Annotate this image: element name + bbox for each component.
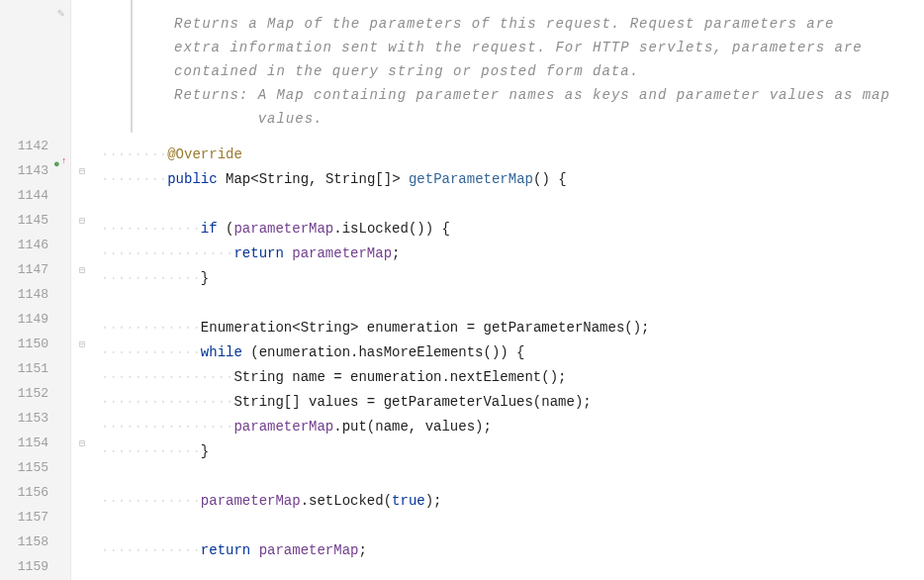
whitespace: ················ (101, 245, 233, 261)
keyword: if (201, 221, 218, 237)
line-number[interactable]: 1156 (0, 480, 48, 505)
code-line[interactable]: ················String name = enumeratio… (93, 365, 924, 390)
fold-mark (71, 505, 93, 530)
edit-icon[interactable]: ✎ (57, 6, 64, 21)
code-line[interactable]: ············} (93, 266, 924, 291)
fold-mark (71, 381, 93, 406)
line-number[interactable]: 1150 (0, 332, 48, 356)
fold-mark (71, 282, 93, 307)
whitespace: ············ (101, 443, 201, 459)
code-line[interactable] (93, 291, 924, 316)
whitespace: ············ (101, 320, 201, 336)
whitespace: ········ (101, 171, 167, 187)
code-text: .put(name, values); (333, 419, 492, 435)
code-line[interactable] (93, 563, 924, 580)
code-line[interactable]: ················parameterMap.put(name, v… (93, 415, 924, 439)
code-line[interactable]: ············parameterMap.setLocked(true)… (93, 489, 924, 514)
fold-toggle[interactable]: ⊟ (71, 208, 93, 233)
line-number[interactable]: 1142 (0, 134, 48, 158)
code-text: ; (358, 542, 366, 558)
field: parameterMap (292, 245, 392, 261)
fold-gutter: ⊟ ⊟ ⊟ ⊟ ⊟ ⊟ (71, 0, 93, 580)
method-name: getParameterMap (409, 171, 533, 187)
code-line[interactable]: ············while (enumeration.hasMoreEl… (93, 340, 924, 365)
fold-toggle[interactable]: ⊟ (71, 257, 93, 282)
doc-line: values. (258, 111, 323, 127)
code-text: () { (533, 171, 567, 187)
line-number[interactable]: 1159 (0, 554, 48, 579)
field: parameterMap (233, 419, 333, 435)
code-line[interactable] (93, 464, 924, 489)
line-numbers: 1142 1143 1144 1145 1146 1147 1148 1149 … (0, 0, 70, 580)
code-text: ; (392, 245, 400, 261)
code-line[interactable]: ············} (93, 439, 924, 464)
keyword: while (201, 344, 242, 360)
whitespace: ············ (101, 221, 201, 237)
code-editor: ✎ 1142 1143 1144 1145 1146 1147 1148 114… (0, 0, 924, 580)
fold-mark (71, 406, 93, 431)
brace: } (201, 270, 209, 286)
code-text: String[] values = getParameterValues(nam… (233, 394, 591, 410)
code-line[interactable]: ············Enumeration<String> enumerat… (93, 316, 924, 340)
line-number[interactable]: 1145 (0, 208, 48, 233)
code-text: Enumeration<String> enumeration = getPar… (201, 320, 650, 336)
line-number[interactable]: 1158 (0, 530, 48, 554)
doc-line: contained in the query string or posted … (174, 63, 639, 79)
code-line[interactable]: ············return parameterMap; (93, 538, 924, 563)
line-number[interactable]: 1152 (0, 381, 48, 406)
line-number[interactable]: 1147 (0, 257, 48, 282)
type: String (325, 171, 375, 187)
code-line[interactable]: ········public Map<String, String[]> get… (93, 167, 924, 192)
type: String (259, 171, 309, 187)
code-line[interactable]: ················String[] values = getPar… (93, 390, 924, 415)
keyword: return (233, 245, 283, 261)
doc-description: Returns a Map of the parameters of this … (115, 12, 924, 83)
keyword: true (392, 493, 425, 509)
line-number[interactable]: 1146 (0, 233, 48, 257)
line-number[interactable]: 1153 (0, 406, 48, 431)
field: parameterMap (259, 542, 359, 558)
code-line[interactable] (93, 514, 924, 538)
code-text: ( (218, 221, 234, 237)
keyword: public (167, 171, 217, 187)
keyword: return (201, 542, 250, 558)
code-line[interactable]: ············if (parameterMap.isLocked())… (93, 217, 924, 242)
field: parameterMap (201, 493, 301, 509)
code-pane[interactable]: Returns a Map of the parameters of this … (93, 0, 924, 580)
line-number[interactable]: 1148 (0, 282, 48, 307)
code-text: ); (425, 493, 442, 509)
fold-toggle[interactable]: ⊟ (71, 158, 93, 183)
fold-toggle[interactable]: ⊟ (71, 332, 93, 356)
code-text (284, 245, 292, 261)
whitespace: ············ (101, 493, 201, 509)
code-line[interactable] (93, 192, 924, 217)
code-text: .setLocked( (301, 493, 392, 509)
code-line[interactable]: ········@Override (93, 143, 924, 167)
line-number[interactable]: 1144 (0, 183, 48, 208)
type: Map (226, 171, 250, 187)
fold-mark (71, 233, 93, 257)
fold-toggle[interactable]: ⊟ (71, 431, 93, 455)
doc-line: Returns a Map of the parameters of this … (174, 16, 835, 32)
brace: } (201, 443, 209, 459)
whitespace: ············ (101, 344, 201, 360)
override-gutter-icon[interactable] (53, 158, 67, 172)
line-number[interactable]: 1155 (0, 455, 48, 480)
line-number[interactable]: 1157 (0, 505, 48, 530)
doc-line: extra information sent with the request.… (174, 40, 863, 55)
whitespace: ················ (101, 369, 233, 385)
line-number[interactable]: 1151 (0, 356, 48, 381)
whitespace: ············ (101, 270, 201, 286)
line-number[interactable]: 1143 (0, 158, 48, 183)
fold-mark (71, 455, 93, 480)
field: parameterMap (233, 221, 333, 237)
fold-mark (71, 307, 93, 332)
whitespace: ············ (101, 542, 201, 558)
whitespace: ················ (101, 394, 233, 410)
line-number[interactable]: 1149 (0, 307, 48, 332)
line-number[interactable]: 1154 (0, 431, 48, 455)
code-lines[interactable]: ········@Override ········public Map<Str… (93, 143, 924, 580)
doc-returns: Returns: A Map containing parameter name… (115, 83, 924, 131)
code-line[interactable]: ················return parameterMap; (93, 242, 924, 266)
javadoc-rendered: Returns a Map of the parameters of this … (93, 0, 924, 143)
